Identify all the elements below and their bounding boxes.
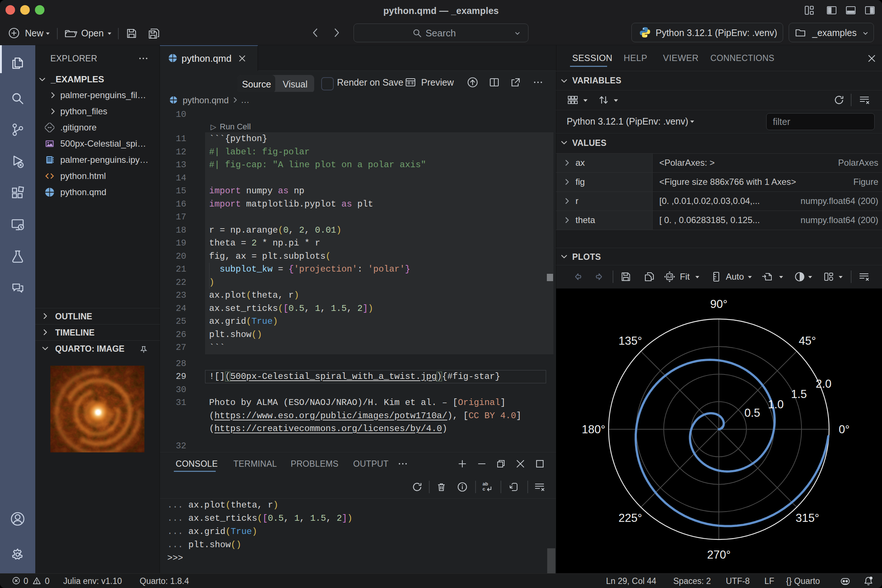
svg-text:90°: 90° (710, 298, 728, 310)
svg-text:180°: 180° (582, 423, 605, 436)
svg-text:0.5: 0.5 (744, 406, 760, 419)
svg-text:1.0: 1.0 (768, 398, 783, 411)
svg-text:1.5: 1.5 (791, 388, 807, 400)
svg-text:315°: 315° (796, 512, 819, 524)
svg-text:225°: 225° (618, 512, 642, 524)
svg-text:45°: 45° (799, 334, 816, 347)
svg-text:2.0: 2.0 (816, 377, 831, 390)
svg-text:270°: 270° (707, 548, 730, 561)
svg-text:c: c (483, 486, 485, 492)
svg-text:0°: 0° (838, 423, 850, 436)
svg-text:135°: 135° (618, 334, 642, 347)
svg-text:ab: ab (483, 481, 488, 487)
